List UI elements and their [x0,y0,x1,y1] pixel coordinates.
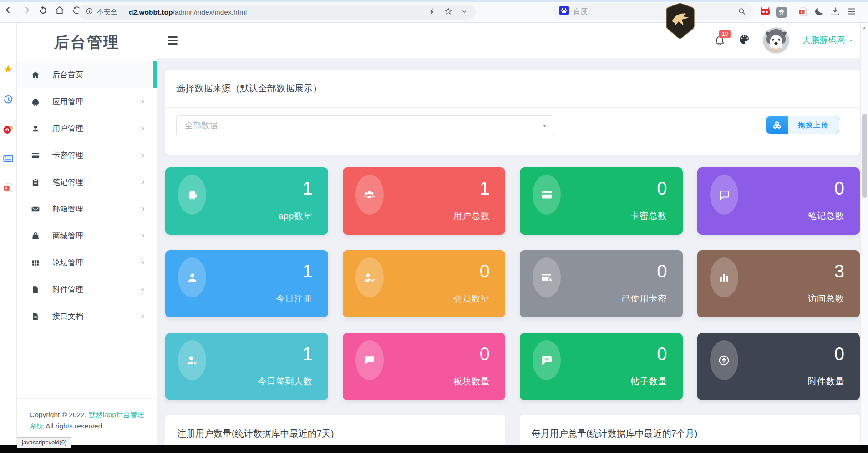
user-icon [30,124,41,133]
back-icon[interactable] [3,4,15,16]
browser-menu-icon[interactable] [846,6,857,19]
sidebar-item-android[interactable]: 应用管理 [17,88,157,115]
stat-value: 0 [657,344,667,364]
home-icon[interactable] [53,4,66,16]
stat-card-11: 0附件数量 [697,333,860,400]
sidebar-item-label: 论坛管理 [52,257,83,268]
stat-label: 卡密总数 [631,210,667,222]
card-x-icon [533,257,561,297]
user-icon [178,257,206,297]
upload-label: 拖拽上传 [788,116,839,134]
stat-value: 1 [302,261,312,282]
url-separator [124,8,124,16]
chart-panel-title: 注册用户数量(统计数据库中最近的7天) [165,415,505,440]
stat-card-3: 0笔记总数 [697,167,860,235]
stat-value: 0 [657,261,667,282]
forward-icon[interactable] [20,4,32,16]
topbar: 10 [157,23,868,58]
search-engine-label: 百度 [573,7,588,16]
data-source-select[interactable]: 全部数据 ▾ [176,115,553,136]
stat-label: 今日签到人数 [258,376,313,388]
scrollbar-thumb[interactable] [862,114,867,198]
scroll-up-arrow-icon[interactable]: ▲ [861,25,868,30]
stat-label: 帖子数量 [631,376,667,388]
user-check-icon [355,257,384,297]
browser-search-box[interactable]: 百度 [553,3,753,20]
sidebar-item-user[interactable]: 用户管理 [17,115,157,142]
stat-value: 3 [834,261,844,282]
sidebar-item-clipboard[interactable]: 笔记管理 [17,169,157,196]
upload-icon [710,340,738,380]
file-icon [30,285,41,294]
favorites-star-icon[interactable]: ★ [3,63,13,76]
history-icon[interactable] [3,94,14,105]
url-bar[interactable]: 不安全 d2.wobbt.top/admin/index/index.html [78,5,476,20]
stat-card-6: 0已使用卡密 [520,250,683,317]
chevron-right-icon [140,152,146,158]
card-extension-icon[interactable] [3,153,14,164]
chevron-right-icon [140,206,146,212]
stat-value: 0 [480,261,490,282]
toolbar-separator [792,8,792,17]
pdf-doc-icon[interactable] [3,182,14,193]
pdf-extension-icon[interactable] [797,6,809,19]
chat-icon [355,340,384,380]
notification-count-badge: 10 [719,30,731,38]
mail-icon [30,205,41,214]
bolt-icon[interactable] [428,7,437,17]
android-icon [178,175,206,215]
stats-grid: 1app数量1用户总数0卡密总数0笔记总数1今日注册0会员数量0已使用卡密3访问… [165,167,860,400]
screen-bottom-bar [0,445,868,453]
sidebar-item-doc[interactable]: 接口文档 [17,303,157,330]
window-scrollbar[interactable]: ▲ [860,23,868,453]
card-icon [30,151,41,160]
stat-card-8: 1今日签到人数 [165,333,328,400]
sidebar-menu: 后台首页应用管理用户管理卡密管理笔记管理邮箱管理商城管理论坛管理附件管理接口文档 [17,61,157,330]
coupon-extension-icon[interactable]: 券 [776,7,787,18]
sidebar-item-label: 接口文档 [52,311,83,322]
app-title: 后台管理 [17,23,157,61]
sidebar-item-mail[interactable]: 邮箱管理 [17,196,157,222]
sidebar-item-home[interactable]: 后台首页 [17,61,157,88]
user-menu[interactable]: 大鹏源码网 [802,35,854,46]
dark-mode-moon-icon[interactable] [814,6,825,19]
sidebar-item-bag[interactable]: 商城管理 [17,222,157,249]
reload-icon[interactable] [36,4,49,16]
stat-value: 0 [657,178,667,199]
sidebar-item-grid[interactable]: 论坛管理 [17,249,157,276]
notifications-button[interactable]: 10 [714,35,726,46]
stat-label: 板块数量 [453,376,490,388]
sidebar-item-card[interactable]: 卡密管理 [17,142,157,169]
chat-outline-icon [710,175,738,215]
download-icon[interactable] [830,6,841,19]
info-icon[interactable] [86,7,93,17]
bird-badge-logo[interactable] [663,2,697,41]
sidebar: 后台管理 后台首页应用管理用户管理卡密管理笔记管理邮箱管理商城管理论坛管理附件管… [17,23,157,453]
weibo-icon[interactable] [2,123,14,135]
home-icon [30,70,41,80]
stat-card-5: 0会员数量 [343,250,506,317]
radio-extension-icon[interactable] [759,5,771,19]
stat-value: 1 [480,178,490,199]
url-domain: d2.wobbt.top [129,8,173,16]
stat-label: 用户总数 [453,210,490,222]
divider [165,107,860,108]
stat-label: 会员数量 [453,293,490,305]
star-icon[interactable] [444,7,453,18]
avatar[interactable] [763,27,789,54]
sidebar-item-file[interactable]: 附件管理 [17,276,157,303]
chevron-down-icon[interactable] [460,7,468,17]
drag-upload-widget[interactable]: 拖拽上传 [766,116,839,134]
chart-panel-title: 每月用户总量(统计数据库中最近的7个月) [520,415,860,440]
sidebar-toggle-icon[interactable] [168,36,178,45]
browser-side-toolbar: ★ + [0,23,17,453]
search-icon[interactable] [737,7,746,16]
chevron-right-icon [140,126,146,131]
bar-chart-icon [710,257,738,297]
theme-palette-icon[interactable] [738,34,750,47]
sidebar-item-label: 卡密管理 [52,150,83,161]
sidebar-item-label: 商城管理 [52,231,83,241]
android-icon [30,97,41,106]
stat-value: 1 [302,344,312,364]
username: 大鹏源码网 [802,35,845,46]
